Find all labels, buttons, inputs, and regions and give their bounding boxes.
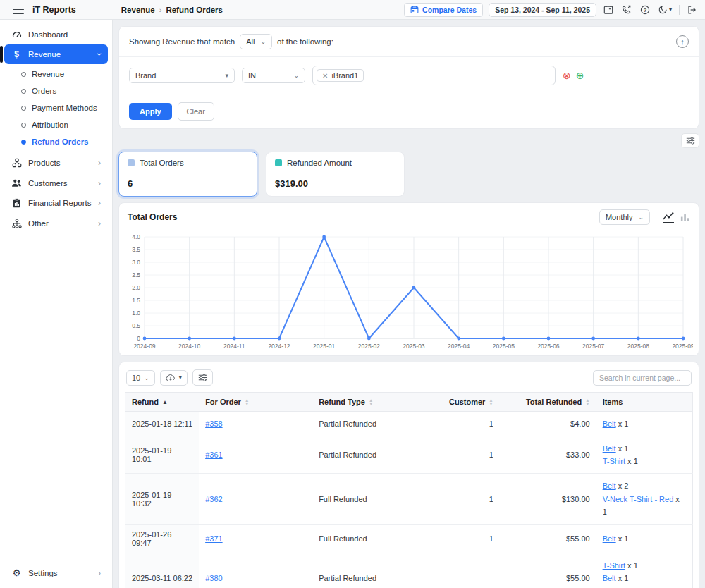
gauge-icon (11, 30, 22, 39)
calendar-icon[interactable] (602, 5, 615, 15)
refunds-table: Refund▲For Order▲▼Refund Type▲▼Customer▲… (125, 392, 693, 588)
item-link[interactable]: Belt (603, 534, 616, 543)
top-header: iT Reports Revenue › Refund Orders Compa… (0, 0, 705, 20)
column-header-total-refunded[interactable]: Total Refunded▲▼ (500, 393, 596, 412)
items-cell: Belt x 2V-Neck T-Shirt - Red x 1 (596, 474, 693, 524)
order-link[interactable]: #362 (205, 495, 222, 503)
sidebar-item-label: Settings (28, 569, 58, 577)
sidebar-subitem-attribution[interactable]: Attribution (0, 116, 112, 133)
filter-card: Showing Revenue that match All ⌄ of the … (118, 26, 699, 129)
line-chart[interactable]: 00.51.01.52.02.53.03.54.02024-092024-102… (119, 230, 699, 351)
breadcrumb-revenue[interactable]: Revenue (121, 6, 155, 14)
sidebar-subitem-revenue[interactable]: Revenue (0, 66, 112, 82)
stat-card-refunded-amount[interactable]: Refunded Amount$319.00 (266, 152, 405, 197)
sidebar-subitem-label: Orders (32, 87, 56, 95)
page-size-select[interactable]: 10 ⌄ (126, 370, 155, 386)
svg-text:0.5: 0.5 (132, 322, 140, 329)
column-header-customer[interactable]: Customer▲▼ (437, 393, 500, 412)
sidebar-item-revenue[interactable]: $Revenue› (4, 44, 108, 64)
table-row: 2025-01-18 12:11#358Partial Refunded1$4.… (125, 412, 693, 436)
collapse-filters-icon[interactable]: ↑ (676, 35, 689, 48)
sidebar-item-label: Revenue (28, 50, 61, 59)
filter-values-input[interactable]: ✕ iBrand1 (312, 66, 556, 85)
stat-value: 6 (128, 178, 248, 189)
bar-chart-icon[interactable] (680, 212, 690, 223)
remove-condition-icon[interactable]: ⊗ (563, 70, 571, 81)
menu-icon[interactable] (13, 6, 24, 14)
item-link[interactable]: Belt (603, 444, 616, 453)
logout-icon[interactable] (685, 5, 698, 15)
divider (679, 5, 680, 15)
interval-select[interactable]: Monthly ⌄ (599, 209, 650, 225)
item-link[interactable]: T-Shirt (603, 561, 625, 570)
field-select[interactable]: Brand ▾ (129, 68, 235, 83)
item-link[interactable]: Belt (603, 574, 616, 582)
sidebar-subitem-refund-orders[interactable]: Refund Orders (0, 133, 112, 150)
item-link[interactable]: Belt (603, 419, 616, 428)
item-line: Hoodie - Red, No x 2 (603, 584, 686, 588)
svg-text:2025-01: 2025-01 (313, 343, 335, 350)
compare-dates-button[interactable]: Compare Dates (404, 3, 483, 17)
sidebar-item-customers[interactable]: Customers› (4, 173, 108, 192)
stat-card-total-orders[interactable]: Total Orders6 (118, 152, 257, 197)
svg-text:2025-05: 2025-05 (493, 343, 515, 350)
operator-select[interactable]: IN ⌄ (242, 68, 305, 83)
order-link[interactable]: #371 (205, 534, 222, 543)
match-select-value: All (246, 37, 255, 46)
sidebar-item-products[interactable]: Products› (4, 153, 108, 173)
item-link[interactable]: V-Neck T-Shirt - Red (603, 495, 674, 503)
order-link[interactable]: #358 (205, 419, 222, 428)
order-link[interactable]: #380 (205, 574, 222, 582)
sidebar-item-settings[interactable]: ⚙Settings› (4, 563, 108, 582)
line-chart-icon[interactable] (663, 212, 674, 223)
date-range-input[interactable]: Sep 13, 2024 - Sep 11, 2025 (489, 3, 596, 17)
items-cell: T-Shirt x 1Belt x 1Hoodie - Red, No x 2 (596, 553, 693, 588)
sidebar-item-dashboard[interactable]: Dashboard (4, 25, 108, 44)
search-input[interactable] (593, 370, 692, 386)
sidebar-item-label: Other (28, 219, 49, 228)
items-cell: Belt x 1 (596, 524, 693, 553)
customer-cell: 1 (437, 524, 500, 553)
circle-icon (21, 72, 26, 77)
cloud-download-icon (166, 374, 176, 382)
chevron-down-icon: ⌄ (638, 214, 644, 221)
theme-moon-icon[interactable]: ▾ (657, 5, 673, 14)
sidebar-item-financial-reports[interactable]: Financial Reports› (4, 193, 108, 213)
column-header-refund-type[interactable]: Refund Type▲▼ (312, 393, 437, 412)
sitemap-icon (11, 219, 22, 228)
phone-support-icon[interactable] (620, 5, 633, 15)
add-condition-icon[interactable]: ⊕ (576, 70, 584, 81)
dollar-icon: $ (11, 49, 22, 59)
apply-button[interactable]: Apply (129, 103, 172, 120)
match-select[interactable]: All ⌄ (240, 34, 272, 49)
order-link[interactable]: #361 (205, 451, 222, 459)
column-header-for-order[interactable]: For Order▲▼ (199, 393, 312, 412)
export-button[interactable]: ▾ (160, 370, 188, 386)
help-icon[interactable]: ? (639, 5, 651, 15)
sidebar-subitem-payment-methods[interactable]: Payment Methods (0, 99, 112, 116)
order-cell: #371 (199, 524, 312, 553)
page-size-value: 10 (132, 374, 140, 382)
svg-text:2025-03: 2025-03 (403, 343, 424, 350)
breadcrumb: Revenue › Refund Orders (121, 6, 223, 14)
item-line: Belt x 1 (603, 442, 686, 455)
item-link[interactable]: T-Shirt (603, 457, 625, 465)
clear-button[interactable]: Clear (178, 102, 214, 121)
sidebar-item-other[interactable]: Other› (4, 214, 108, 233)
column-header-refund[interactable]: Refund▲ (125, 393, 200, 412)
svg-text:2025-04: 2025-04 (448, 343, 470, 350)
report-settings-sliders-icon[interactable] (681, 133, 699, 148)
column-settings-icon[interactable] (192, 369, 213, 386)
customer-cell: 1 (437, 412, 500, 436)
item-link[interactable]: Belt (603, 482, 616, 490)
svg-text:2.5: 2.5 (132, 271, 140, 278)
sidebar-subitem-orders[interactable]: Orders (0, 82, 112, 99)
chip-remove-icon[interactable]: ✕ (322, 72, 328, 80)
chevron-right-icon: › (98, 569, 101, 577)
refund-date-cell: 2025-01-19 10:32 (125, 474, 200, 524)
sort-icon: ▲▼ (585, 398, 589, 405)
refund-date-cell: 2025-01-19 10:01 (125, 436, 200, 474)
order-cell: #380 (199, 553, 312, 588)
table-header-row: Refund▲For Order▲▼Refund Type▲▼Customer▲… (125, 393, 693, 412)
sidebar-subitem-label: Revenue (32, 70, 64, 78)
